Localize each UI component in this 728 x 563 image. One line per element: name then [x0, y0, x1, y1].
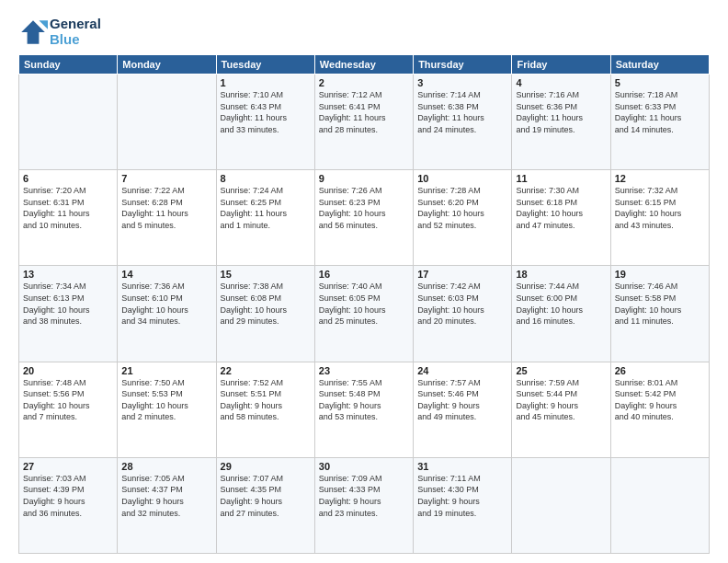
calendar-cell: 4Sunrise: 7:16 AM Sunset: 6:36 PM Daylig…	[512, 75, 610, 170]
calendar-cell	[512, 457, 610, 553]
calendar-cell: 26Sunrise: 8:01 AM Sunset: 5:42 PM Dayli…	[610, 362, 709, 457]
calendar-weekday-wednesday: Wednesday	[314, 55, 413, 75]
day-info: Sunrise: 7:30 AM Sunset: 6:18 PM Dayligh…	[516, 185, 606, 231]
day-info: Sunrise: 7:09 AM Sunset: 4:33 PM Dayligh…	[319, 473, 409, 519]
calendar-cell: 5Sunrise: 7:18 AM Sunset: 6:33 PM Daylig…	[610, 75, 709, 170]
day-number: 2	[319, 77, 409, 88]
calendar-weekday-friday: Friday	[512, 55, 610, 75]
day-info: Sunrise: 7:07 AM Sunset: 4:35 PM Dayligh…	[221, 473, 311, 519]
svg-marker-0	[21, 20, 45, 44]
calendar-cell: 8Sunrise: 7:24 AM Sunset: 6:25 PM Daylig…	[216, 170, 314, 266]
calendar-cell: 10Sunrise: 7:28 AM Sunset: 6:20 PM Dayli…	[414, 170, 512, 266]
calendar-cell: 25Sunrise: 7:59 AM Sunset: 5:44 PM Dayli…	[512, 362, 610, 457]
day-info: Sunrise: 7:42 AM Sunset: 6:03 PM Dayligh…	[417, 281, 507, 327]
day-info: Sunrise: 8:01 AM Sunset: 5:42 PM Dayligh…	[615, 377, 705, 423]
day-info: Sunrise: 7:03 AM Sunset: 4:39 PM Dayligh…	[23, 473, 113, 519]
day-number: 18	[516, 269, 606, 280]
header: General Blue	[18, 17, 710, 47]
day-number: 5	[615, 77, 705, 88]
day-number: 6	[23, 173, 113, 184]
page: General Blue SundayMondayTuesdayWednesda…	[0, 0, 728, 563]
day-info: Sunrise: 7:44 AM Sunset: 6:00 PM Dayligh…	[516, 281, 606, 327]
day-info: Sunrise: 7:28 AM Sunset: 6:20 PM Dayligh…	[417, 185, 507, 231]
day-number: 25	[516, 365, 606, 376]
day-number: 21	[121, 365, 211, 376]
day-info: Sunrise: 7:12 AM Sunset: 6:41 PM Dayligh…	[319, 89, 409, 135]
calendar-cell: 1Sunrise: 7:10 AM Sunset: 6:43 PM Daylig…	[216, 75, 314, 170]
day-info: Sunrise: 7:26 AM Sunset: 6:23 PM Dayligh…	[319, 185, 409, 231]
calendar-cell: 19Sunrise: 7:46 AM Sunset: 5:58 PM Dayli…	[610, 266, 709, 362]
day-number: 8	[221, 173, 311, 184]
calendar-weekday-thursday: Thursday	[414, 55, 512, 75]
calendar-cell: 16Sunrise: 7:40 AM Sunset: 6:05 PM Dayli…	[314, 266, 413, 362]
calendar-cell: 15Sunrise: 7:38 AM Sunset: 6:08 PM Dayli…	[216, 266, 314, 362]
calendar-cell: 29Sunrise: 7:07 AM Sunset: 4:35 PM Dayli…	[216, 457, 314, 553]
calendar-cell: 2Sunrise: 7:12 AM Sunset: 6:41 PM Daylig…	[314, 75, 413, 170]
logo-text: General Blue	[50, 17, 101, 47]
day-info: Sunrise: 7:05 AM Sunset: 4:37 PM Dayligh…	[121, 473, 211, 519]
day-info: Sunrise: 7:10 AM Sunset: 6:43 PM Dayligh…	[221, 89, 311, 135]
day-info: Sunrise: 7:52 AM Sunset: 5:51 PM Dayligh…	[221, 377, 311, 423]
calendar-cell: 6Sunrise: 7:20 AM Sunset: 6:31 PM Daylig…	[19, 170, 118, 266]
day-number: 26	[615, 365, 705, 376]
calendar-week-3: 20Sunrise: 7:48 AM Sunset: 5:56 PM Dayli…	[19, 362, 710, 457]
calendar-cell: 21Sunrise: 7:50 AM Sunset: 5:53 PM Dayli…	[118, 362, 216, 457]
calendar-cell: 31Sunrise: 7:11 AM Sunset: 4:30 PM Dayli…	[414, 457, 512, 553]
day-info: Sunrise: 7:48 AM Sunset: 5:56 PM Dayligh…	[23, 377, 113, 423]
day-info: Sunrise: 7:22 AM Sunset: 6:28 PM Dayligh…	[121, 185, 211, 231]
calendar-header-row: SundayMondayTuesdayWednesdayThursdayFrid…	[19, 55, 710, 75]
calendar-weekday-sunday: Sunday	[19, 55, 118, 75]
day-info: Sunrise: 7:24 AM Sunset: 6:25 PM Dayligh…	[221, 185, 311, 231]
day-info: Sunrise: 7:36 AM Sunset: 6:10 PM Dayligh…	[121, 281, 211, 327]
day-info: Sunrise: 7:16 AM Sunset: 6:36 PM Dayligh…	[516, 89, 606, 135]
day-number: 13	[23, 269, 113, 280]
logo: General Blue	[18, 17, 101, 47]
calendar-week-4: 27Sunrise: 7:03 AM Sunset: 4:39 PM Dayli…	[19, 457, 710, 553]
calendar-cell: 22Sunrise: 7:52 AM Sunset: 5:51 PM Dayli…	[216, 362, 314, 457]
day-number: 12	[615, 173, 705, 184]
calendar-cell: 13Sunrise: 7:34 AM Sunset: 6:13 PM Dayli…	[19, 266, 118, 362]
calendar-table: SundayMondayTuesdayWednesdayThursdayFrid…	[18, 54, 710, 554]
calendar-cell: 30Sunrise: 7:09 AM Sunset: 4:33 PM Dayli…	[314, 457, 413, 553]
calendar-cell	[118, 75, 216, 170]
day-number: 16	[319, 269, 409, 280]
day-number: 19	[615, 269, 705, 280]
calendar-cell: 17Sunrise: 7:42 AM Sunset: 6:03 PM Dayli…	[414, 266, 512, 362]
calendar-cell: 23Sunrise: 7:55 AM Sunset: 5:48 PM Dayli…	[314, 362, 413, 457]
day-number: 29	[221, 461, 311, 472]
day-number: 15	[221, 269, 311, 280]
calendar-cell: 18Sunrise: 7:44 AM Sunset: 6:00 PM Dayli…	[512, 266, 610, 362]
day-info: Sunrise: 7:46 AM Sunset: 5:58 PM Dayligh…	[615, 281, 705, 327]
day-number: 17	[417, 269, 507, 280]
calendar-cell: 24Sunrise: 7:57 AM Sunset: 5:46 PM Dayli…	[414, 362, 512, 457]
day-number: 31	[417, 461, 507, 472]
calendar-cell: 9Sunrise: 7:26 AM Sunset: 6:23 PM Daylig…	[314, 170, 413, 266]
day-number: 24	[417, 365, 507, 376]
day-number: 7	[121, 173, 211, 184]
calendar-cell: 12Sunrise: 7:32 AM Sunset: 6:15 PM Dayli…	[610, 170, 709, 266]
day-number: 23	[319, 365, 409, 376]
day-number: 9	[319, 173, 409, 184]
day-info: Sunrise: 7:50 AM Sunset: 5:53 PM Dayligh…	[121, 377, 211, 423]
calendar-week-1: 6Sunrise: 7:20 AM Sunset: 6:31 PM Daylig…	[19, 170, 710, 266]
calendar-cell: 3Sunrise: 7:14 AM Sunset: 6:38 PM Daylig…	[414, 75, 512, 170]
day-info: Sunrise: 7:11 AM Sunset: 4:30 PM Dayligh…	[417, 473, 507, 519]
day-number: 11	[516, 173, 606, 184]
day-info: Sunrise: 7:38 AM Sunset: 6:08 PM Dayligh…	[221, 281, 311, 327]
calendar-weekday-saturday: Saturday	[610, 55, 709, 75]
day-number: 28	[121, 461, 211, 472]
day-info: Sunrise: 7:32 AM Sunset: 6:15 PM Dayligh…	[615, 185, 705, 231]
calendar-week-0: 1Sunrise: 7:10 AM Sunset: 6:43 PM Daylig…	[19, 75, 710, 170]
day-info: Sunrise: 7:34 AM Sunset: 6:13 PM Dayligh…	[23, 281, 113, 327]
day-number: 27	[23, 461, 113, 472]
calendar-cell: 11Sunrise: 7:30 AM Sunset: 6:18 PM Dayli…	[512, 170, 610, 266]
day-info: Sunrise: 7:57 AM Sunset: 5:46 PM Dayligh…	[417, 377, 507, 423]
calendar-cell: 27Sunrise: 7:03 AM Sunset: 4:39 PM Dayli…	[19, 457, 118, 553]
calendar-weekday-monday: Monday	[118, 55, 216, 75]
calendar-cell: 28Sunrise: 7:05 AM Sunset: 4:37 PM Dayli…	[118, 457, 216, 553]
calendar-week-2: 13Sunrise: 7:34 AM Sunset: 6:13 PM Dayli…	[19, 266, 710, 362]
calendar-cell	[610, 457, 709, 553]
day-number: 1	[221, 77, 311, 88]
day-number: 22	[221, 365, 311, 376]
day-info: Sunrise: 7:55 AM Sunset: 5:48 PM Dayligh…	[319, 377, 409, 423]
